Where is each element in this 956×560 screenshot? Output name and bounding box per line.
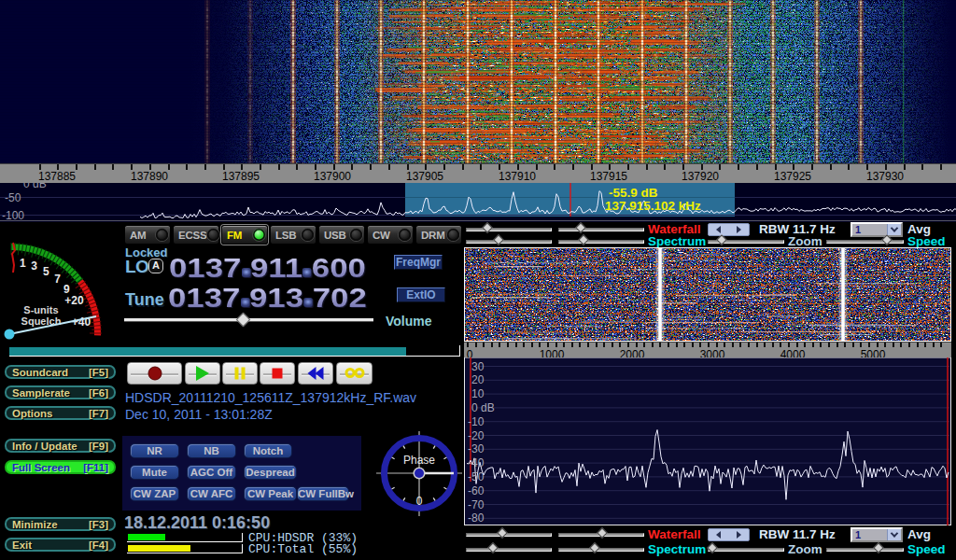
svg-text:-80: -80 (468, 511, 485, 525)
svg-text:-50: -50 (468, 470, 485, 483)
svg-text:0 dB: 0 dB (471, 401, 495, 414)
svg-text:-60: -60 (468, 484, 485, 497)
svg-text:S-units: S-units (23, 304, 58, 315)
svg-text:-70: -70 (468, 498, 485, 511)
svg-text:-100: -100 (2, 209, 24, 222)
svg-text:20: 20 (471, 373, 485, 386)
svg-text:+20: +20 (64, 294, 84, 307)
svg-text:1: 1 (20, 257, 26, 270)
svg-text:10: 10 (471, 387, 485, 400)
svg-text:-40: -40 (468, 456, 485, 469)
svg-text:-50: -50 (5, 191, 21, 204)
svg-text:-30: -30 (468, 442, 485, 455)
svg-text:0: 0 (416, 495, 423, 508)
svg-text:5: 5 (43, 265, 49, 278)
svg-text:137.915.102 kHz: 137.915.102 kHz (605, 199, 701, 213)
svg-text:-55.9 dB: -55.9 dB (609, 186, 658, 200)
svg-text:7: 7 (54, 273, 61, 286)
svg-text:-20: -20 (468, 429, 485, 442)
svg-text:+40: +40 (72, 315, 91, 329)
svg-text:0 dB: 0 dB (23, 183, 47, 190)
svg-text:30: 30 (471, 360, 485, 373)
svg-text:3: 3 (31, 259, 37, 273)
svg-text:-10: -10 (468, 415, 485, 428)
svg-text:Phase: Phase (403, 454, 435, 467)
